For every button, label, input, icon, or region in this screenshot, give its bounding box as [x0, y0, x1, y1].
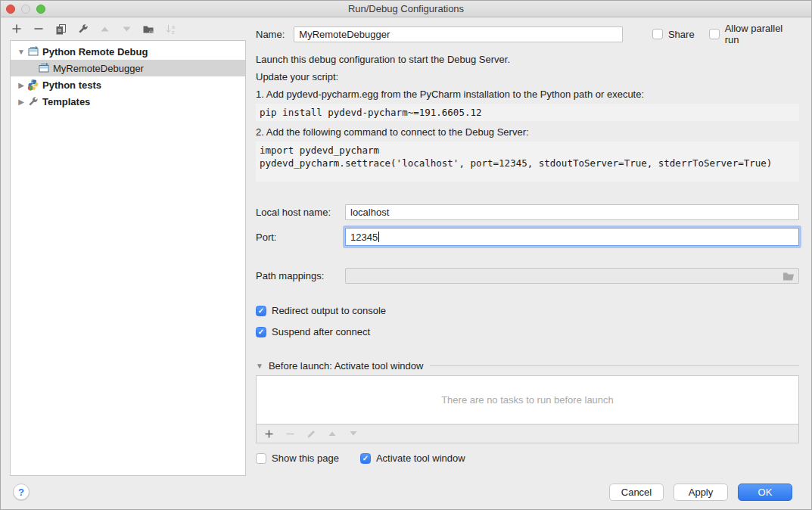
redirect-output-label: Redirect output to console: [272, 305, 386, 316]
intro-text: Launch this debug configuration to start…: [256, 54, 799, 66]
folder-plus-icon: [142, 23, 154, 35]
dialog-footer: ? Cancel Apply OK: [1, 479, 811, 509]
allow-parallel-run-group: Allow parallel run: [709, 23, 799, 45]
minimize-window-button[interactable]: [21, 5, 30, 14]
task-list-toolbar: [256, 424, 799, 443]
templates-wrench-icon: [27, 95, 41, 107]
code-line-1: import pydevd_pycharm: [260, 145, 379, 156]
redirect-output-row: Redirect output to console: [256, 305, 799, 316]
cancel-button[interactable]: Cancel: [609, 484, 664, 501]
window-title: Run/Debug Configurations: [348, 3, 464, 14]
before-launch-title: Before launch: Activate tool window: [269, 360, 424, 372]
collapse-section-arrow-icon[interactable]: ▼: [256, 362, 263, 370]
tree-item-python-tests[interactable]: ▶ Python tests: [11, 76, 245, 93]
minus-icon: [285, 429, 295, 439]
suspend-after-connect-row: Suspend after connect: [256, 326, 799, 337]
configurations-toolbar: a z: [1, 17, 247, 40]
svg-text:z: z: [172, 30, 175, 35]
left-panel: a z ▼ Python Rem: [1, 17, 247, 479]
triangle-up-icon: [328, 429, 337, 438]
triangle-down-icon: [349, 429, 358, 438]
redirect-output-checkbox[interactable]: [256, 306, 266, 316]
path-mappings-input[interactable]: [345, 268, 799, 284]
page-options-row: Show this page Activate tool window: [256, 452, 799, 464]
triangle-down-icon: [122, 24, 132, 34]
step2-text: 2. Add the following command to connect …: [256, 126, 799, 138]
tree-item-label: MyRemoteDebugger: [53, 63, 144, 74]
titlebar: Run/Debug Configurations: [1, 1, 811, 17]
before-launch-task-list[interactable]: There are no tasks to run before launch: [256, 375, 799, 424]
activate-tool-window-label: Activate tool window: [376, 452, 465, 464]
remote-debug-config-icon: [38, 62, 51, 74]
minus-icon: [33, 23, 44, 34]
python-tests-icon: [27, 79, 41, 91]
plus-icon: [11, 23, 22, 34]
local-host-name-label: Local host name:: [256, 207, 345, 218]
edit-task-button[interactable]: [305, 428, 317, 440]
traffic-lights: [6, 5, 45, 14]
copy-configuration-button[interactable]: [54, 23, 67, 35]
pip-command-code: pip install pydevd-pycharm~=191.6605.12: [256, 104, 799, 121]
collapse-arrow-icon[interactable]: ▶: [15, 81, 27, 89]
show-this-page-label: Show this page: [272, 452, 339, 464]
suspend-after-connect-label: Suspend after connect: [272, 326, 370, 337]
add-task-button[interactable]: [263, 428, 275, 440]
tree-item-myremotedebugger[interactable]: MyRemoteDebugger: [11, 60, 245, 76]
move-up-button[interactable]: [98, 23, 110, 35]
move-down-button[interactable]: [120, 23, 132, 35]
edit-defaults-button[interactable]: [76, 23, 89, 35]
expand-arrow-icon[interactable]: ▼: [15, 48, 27, 56]
port-value: 12345: [350, 232, 378, 243]
help-button[interactable]: ?: [13, 484, 30, 500]
empty-task-list-text: There are no tasks to run before launch: [441, 394, 614, 406]
tree-item-label: Python tests: [42, 79, 101, 91]
local-host-name-input[interactable]: [345, 204, 799, 220]
copy-icon: [55, 23, 67, 35]
tree-item-templates[interactable]: ▶ Templates: [11, 93, 245, 110]
port-input[interactable]: 12345: [345, 228, 799, 246]
code-line-2: pydevd_pycharm.settrace('localhost', por…: [260, 157, 772, 169]
path-mappings-label: Path mappings:: [256, 270, 345, 281]
add-configuration-button[interactable]: [11, 23, 23, 35]
triangle-up-icon: [100, 24, 110, 34]
name-label: Name:: [256, 29, 285, 40]
help-question-icon: ?: [18, 487, 24, 498]
run-debug-configurations-dialog: Run/Debug Configurations: [0, 0, 812, 510]
collapse-arrow-icon[interactable]: ▶: [15, 98, 27, 106]
remote-debug-config-icon: [27, 45, 41, 58]
tree-item-python-remote-debug[interactable]: ▼ Python Remote Debug: [11, 43, 245, 60]
tree-item-label: Python Remote Debug: [42, 46, 148, 58]
port-label: Port:: [256, 232, 345, 243]
move-task-down-button[interactable]: [347, 428, 359, 440]
show-this-page-checkbox[interactable]: [256, 453, 266, 464]
new-folder-button[interactable]: [142, 23, 154, 35]
move-task-up-button[interactable]: [326, 428, 338, 440]
activate-tool-window-checkbox[interactable]: [360, 453, 371, 464]
close-window-button[interactable]: [6, 5, 15, 14]
update-script-text: Update your script:: [256, 71, 799, 83]
sort-configurations-button[interactable]: a z: [164, 23, 176, 35]
settrace-code: import pydevd_pycharmpydevd_pycharm.sett…: [256, 141, 799, 182]
plus-icon: [264, 429, 274, 439]
ok-button[interactable]: OK: [738, 484, 792, 501]
browse-folder-icon[interactable]: [782, 271, 795, 281]
zoom-window-button[interactable]: [36, 5, 45, 14]
share-group: Share: [652, 29, 695, 40]
allow-parallel-run-checkbox[interactable]: [709, 29, 720, 39]
remove-task-button[interactable]: [284, 428, 296, 440]
section-divider: [430, 365, 799, 366]
share-label: Share: [668, 29, 695, 40]
allow-parallel-run-label: Allow parallel run: [725, 23, 799, 45]
name-input[interactable]: [294, 26, 623, 42]
text-cursor: [378, 232, 379, 242]
apply-button[interactable]: Apply: [674, 484, 728, 501]
main-area: a z ▼ Python Rem: [1, 17, 811, 479]
share-checkbox[interactable]: [652, 29, 663, 39]
sort-az-icon: a z: [165, 23, 176, 35]
svg-text:a: a: [172, 23, 175, 29]
suspend-after-connect-checkbox[interactable]: [256, 327, 266, 337]
tree-item-label: Templates: [42, 96, 90, 107]
remove-configuration-button[interactable]: [33, 23, 45, 35]
pencil-icon: [306, 429, 316, 439]
step1-text: 1. Add pydevd-pycharm.egg from the PyCha…: [256, 89, 799, 101]
